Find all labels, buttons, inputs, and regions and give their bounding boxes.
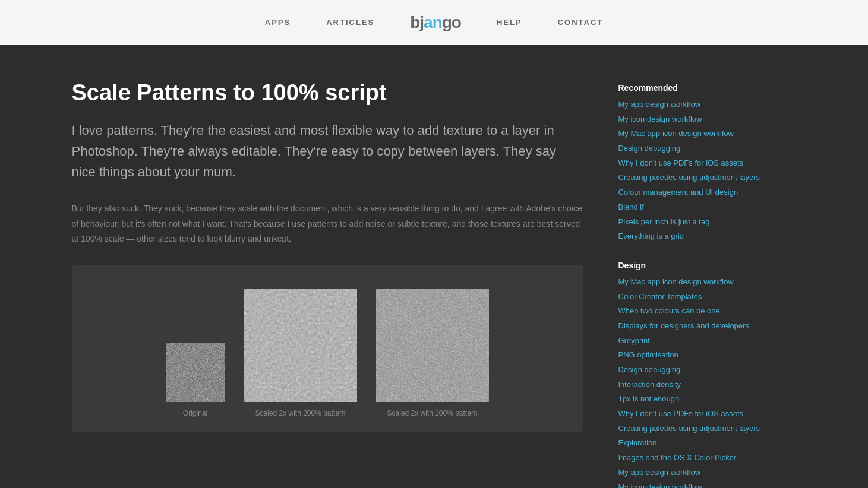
- sidebar-link[interactable]: Everything is a grid: [618, 229, 785, 244]
- sidebar-link[interactable]: Interaction density: [618, 378, 785, 392]
- header: APPS ARTICLES bjango HELP CONTACT: [0, 0, 868, 45]
- noise-svg-200: [244, 289, 357, 402]
- sidebar-design: Design My Mac app icon design workflow C…: [618, 261, 785, 488]
- main-nav: APPS ARTICLES bjango HELP CONTACT: [265, 13, 603, 32]
- svg-rect-0: [166, 343, 225, 402]
- sidebar: Recommended My app design workflow My ic…: [618, 81, 785, 488]
- noise-svg-original: [166, 343, 225, 402]
- pattern-100-img: [376, 289, 489, 402]
- sidebar-link[interactable]: My app design workflow: [618, 465, 785, 480]
- sidebar-link[interactable]: Design debugging: [618, 363, 785, 378]
- nav-articles[interactable]: ARTICLES: [326, 18, 374, 27]
- sidebar-link[interactable]: Creating palettes using adjustment layer…: [618, 422, 785, 436]
- article-intro: I love patterns. They're the easiest and…: [72, 120, 583, 183]
- sidebar-link[interactable]: Displays for designers and developers: [618, 319, 785, 334]
- sidebar-recommended: Recommended My app design workflow My ic…: [618, 83, 785, 244]
- image-original: Original: [166, 343, 225, 417]
- sidebar-link[interactable]: Pixels per inch is just a tag: [618, 215, 785, 230]
- sidebar-link[interactable]: My app design workflow: [618, 97, 785, 112]
- image-original-label: Original: [183, 409, 207, 417]
- sidebar-link[interactable]: My icon design workflow: [618, 112, 785, 127]
- sidebar-design-heading: Design: [618, 261, 785, 270]
- article-content: Scale Patterns to 100% script I love pat…: [72, 81, 583, 488]
- sidebar-link[interactable]: Colour management and UI design: [618, 185, 785, 200]
- sidebar-link[interactable]: My Mac app icon design workflow: [618, 275, 785, 290]
- image-comparison-box: Original Scaled 2x with 200% pattern: [72, 265, 583, 432]
- nav-apps[interactable]: APPS: [265, 18, 291, 27]
- sidebar-link[interactable]: My icon design workflow: [618, 480, 785, 489]
- logo-go: go: [442, 13, 461, 31]
- svg-rect-2: [376, 289, 489, 402]
- sidebar-link[interactable]: Greyprint: [618, 334, 785, 348]
- sidebar-link[interactable]: PNG optimisation: [618, 348, 785, 363]
- main-layout: Scale Patterns to 100% script I love pat…: [48, 45, 820, 488]
- sidebar-link[interactable]: Why I don't use PDFs for iOS assets: [618, 156, 785, 171]
- noise-svg-100: [376, 289, 489, 402]
- sidebar-link[interactable]: 1px is not enough: [618, 392, 785, 407]
- sidebar-link[interactable]: Images and the OS X Color Picker: [618, 451, 785, 465]
- image-100-label: Scaled 2x with 100% pattern: [387, 409, 477, 417]
- article-title: Scale Patterns to 100% script: [72, 81, 583, 106]
- image-200-label: Scaled 2x with 200% pattern: [255, 409, 345, 417]
- image-100: Scaled 2x with 100% pattern: [376, 289, 489, 417]
- pattern-original-img: [166, 343, 225, 402]
- sidebar-recommended-heading: Recommended: [618, 83, 785, 93]
- nav-contact[interactable]: CONTACT: [558, 18, 604, 27]
- site-logo[interactable]: bjango: [410, 13, 461, 32]
- sidebar-link[interactable]: Exploration: [618, 436, 785, 451]
- image-200: Scaled 2x with 200% pattern: [244, 289, 357, 417]
- pattern-200-img: [244, 289, 357, 402]
- sidebar-link[interactable]: Color Creator Templates: [618, 290, 785, 305]
- logo-an: an: [424, 13, 442, 31]
- sidebar-link[interactable]: My Mac app icon design workflow: [618, 126, 785, 141]
- sidebar-link[interactable]: When two colours can be one: [618, 304, 785, 319]
- sidebar-link[interactable]: Creating palettes using adjustment layer…: [618, 170, 785, 185]
- logo-bj: bj: [410, 13, 424, 31]
- sidebar-link[interactable]: Blend if: [618, 200, 785, 215]
- svg-rect-1: [244, 289, 357, 402]
- sidebar-link[interactable]: Why I don't use PDFs for iOS assets: [618, 407, 785, 422]
- nav-help[interactable]: HELP: [497, 18, 522, 27]
- article-body: But they also suck. They suck, because t…: [72, 201, 583, 246]
- sidebar-link[interactable]: Design debugging: [618, 141, 785, 156]
